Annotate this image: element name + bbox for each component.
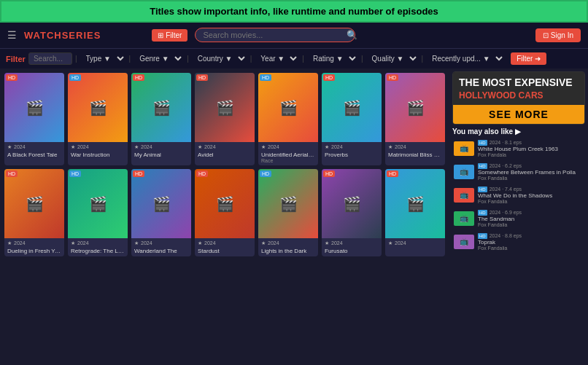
movie-year: 2024: [395, 240, 406, 246]
also-like-item[interactable]: 📺 HD 2024 · 8.1 eps White House Plum Cre…: [452, 138, 585, 159]
genre-select[interactable]: Genre ▼: [134, 52, 184, 65]
movie-meta: ★ 2024: [7, 144, 61, 150]
also-title: Toprak: [478, 239, 584, 246]
also-badge: HD: [478, 233, 487, 239]
movie-info: ★ 2024 Retrograde: The Legend of the...: [68, 238, 128, 256]
also-badge: HD: [478, 140, 487, 146]
year-select[interactable]: Year ▼: [255, 52, 299, 65]
movie-year: 2024: [331, 240, 343, 246]
movie-card[interactable]: 🎬 HD ★ 2024 Wanderland The: [131, 169, 191, 256]
movie-card[interactable]: 🎬 HD ★ 2024 Unidentified Aerial Phenomen…: [258, 73, 318, 165]
movie-info: ★ 2024 Wanderland The: [131, 238, 191, 256]
quality-select[interactable]: Quality ▼: [366, 52, 419, 65]
star-rating: ★: [7, 144, 12, 150]
hamburger-icon[interactable]: ☰: [7, 29, 17, 41]
filter-search-input[interactable]: [28, 52, 72, 65]
also-title: What We Do in the Shadows: [478, 192, 584, 199]
movie-meta: ★ 2024: [71, 240, 125, 246]
movie-grid-row1: 🎬 HD ★ 2024 A Black Forest Tale 🎬 HD ★ 2…: [4, 73, 445, 165]
type-select[interactable]: Type ▼: [80, 52, 126, 65]
quality-badge: HD: [69, 170, 81, 177]
divider6: |: [361, 55, 363, 63]
also-title: Somewhere Between Frames in Polla: [478, 169, 584, 176]
filter-header-button[interactable]: ⊞ Filter: [152, 29, 187, 42]
movie-title: My Animal: [134, 152, 188, 158]
movie-info: ★ 2024 Furusato: [322, 238, 382, 256]
movie-poster-image: 🎬: [131, 169, 191, 238]
search-input[interactable]: [195, 28, 355, 42]
also-date: 2024 · 8.1 eps: [490, 140, 522, 145]
ad-cta-button[interactable]: SEE MORE: [453, 105, 584, 124]
also-subtitle: Fox Fandalia: [478, 222, 584, 227]
movie-title: Retrograde: The Legend of the...: [71, 248, 125, 254]
star-rating: ★: [325, 144, 329, 150]
also-like-item[interactable]: 📺 HD 2024 · 8.8 eps Toprak Fox Fandalia: [452, 232, 585, 252]
movie-meta: ★ 2024: [134, 240, 188, 246]
movie-card[interactable]: 🎬 HD ★ 2024: [385, 169, 445, 256]
movie-card[interactable]: 🎬 HD ★ 2024 Avidel: [195, 73, 255, 165]
star-rating: ★: [261, 144, 266, 150]
movie-card[interactable]: 🎬 HD ★ 2024 Furusato: [322, 169, 382, 256]
movie-info: ★ 2024 Unidentified Aerial Phenomena Rac…: [258, 142, 318, 165]
movie-info: ★ 2024 My Animal: [131, 142, 191, 160]
also-like-item[interactable]: 📺 HD 2024 · 6.2 eps Somewhere Between Fr…: [452, 162, 585, 182]
also-badge: HD: [478, 210, 487, 216]
movie-card[interactable]: 🎬 HD ★ 2024 Stardust: [195, 169, 255, 256]
also-date: 2024 · 6.9 eps: [490, 210, 522, 215]
movie-year: 2024: [268, 144, 279, 150]
also-info: HD 2024 · 6.2 eps Somewhere Between Fram…: [478, 163, 584, 181]
movie-year: 2024: [77, 144, 89, 150]
movie-info: ★ 2024 Dueling in Fresh Youth: [4, 238, 64, 256]
search-icon[interactable]: 🔍: [347, 30, 357, 40]
quality-badge: HD: [387, 170, 398, 177]
movie-info: ★ 2024 Proverbs: [322, 142, 382, 160]
ad-title: THE MOST EXPENSIVE: [459, 76, 579, 89]
quality-badge: HD: [6, 74, 18, 81]
also-thumb: 📺: [454, 165, 474, 179]
movie-meta: ★ 2024: [198, 240, 252, 246]
movie-year: 2024: [77, 240, 89, 246]
movie-card[interactable]: 🎬 HD ★ 2024 Lights in the Dark: [258, 169, 318, 256]
divider1: |: [75, 55, 77, 63]
movie-info: ★ 2024 A Black Forest Tale: [4, 142, 64, 160]
movie-title: Furusato: [325, 248, 379, 254]
main-content: 🎬 HD ★ 2024 A Black Forest Tale 🎬 HD ★ 2…: [0, 68, 588, 365]
movie-poster-image: 🎬: [258, 169, 318, 238]
quality-badge: HD: [69, 74, 81, 81]
movie-meta: ★ 2024: [261, 144, 315, 150]
rating-select[interactable]: Rating ▼: [307, 52, 358, 65]
signin-button[interactable]: ⊡ Sign In: [535, 28, 581, 42]
movie-card[interactable]: 🎬 HD ★ 2024 Matrimonial Bliss Entertainm…: [385, 73, 445, 165]
also-meta: HD 2024 · 7.4 eps: [478, 187, 584, 192]
ad-cta-label: SEE MORE: [489, 109, 549, 120]
movie-title: Unidentified Aerial Phenomena: [261, 152, 315, 158]
movie-card[interactable]: 🎬 HD ★ 2024 War Instruction: [68, 73, 128, 165]
recently-select[interactable]: Recently upd... ▼: [426, 52, 505, 65]
country-select[interactable]: Country ▼: [192, 52, 247, 65]
movie-card[interactable]: 🎬 HD ★ 2024 A Black Forest Tale: [4, 73, 64, 165]
divider7: |: [422, 55, 424, 63]
right-sidebar: THE MOST EXPENSIVE HOLLYWOOD CARS SEE MO…: [449, 68, 588, 365]
also-subtitle: Fox Fandalia: [478, 176, 584, 181]
movie-card[interactable]: 🎬 HD ★ 2024 Dueling in Fresh Youth: [4, 169, 64, 256]
filter-apply-button[interactable]: Filter ➜: [511, 52, 546, 65]
also-title: The Sandman: [478, 216, 584, 222]
also-info: HD 2024 · 6.9 eps The Sandman Fox Fandal…: [478, 210, 584, 227]
also-subtitle: Fox Fandalia: [478, 199, 584, 204]
movie-card[interactable]: 🎬 HD ★ 2024 Proverbs: [322, 73, 382, 165]
quality-badge: HD: [196, 170, 208, 177]
also-subtitle: Fox Fandalia: [478, 246, 584, 251]
movie-poster-image: 🎬: [195, 73, 255, 142]
movie-subtitle: Race: [261, 158, 315, 163]
movie-poster-image: 🎬: [322, 73, 382, 142]
movie-year: 2024: [14, 144, 26, 150]
movie-poster-image: 🎬: [385, 169, 445, 238]
also-like-item[interactable]: 📺 HD 2024 · 6.9 eps The Sandman Fox Fand…: [452, 208, 585, 229]
quality-badge: HD: [196, 74, 208, 81]
also-like-item[interactable]: 📺 HD 2024 · 7.4 eps What We Do in the Sh…: [452, 185, 585, 205]
filter-row: Filter | Type ▼ | Genre ▼ | Country ▼ | …: [0, 48, 588, 68]
movie-card[interactable]: 🎬 HD ★ 2024 Retrograde: The Legend of th…: [68, 169, 128, 256]
header: ☰ WATCHSERIES ⊞ Filter 🔍 ⊡ Sign In: [0, 22, 588, 48]
movie-card[interactable]: 🎬 HD ★ 2024 My Animal: [131, 73, 191, 165]
star-rating: ★: [261, 240, 266, 246]
